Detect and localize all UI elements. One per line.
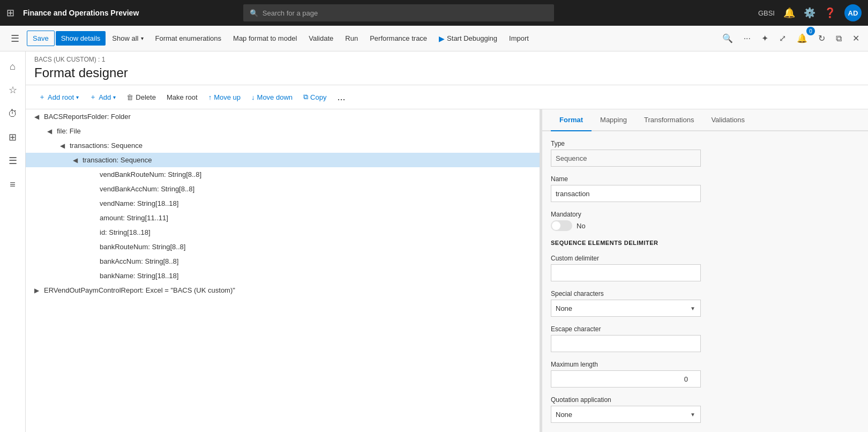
tree-item-label: vendBankAccNum: String[8..8] xyxy=(100,185,194,193)
maximum-length-input[interactable] xyxy=(551,370,701,388)
open-new-tab-icon[interactable]: ⧉ xyxy=(832,31,846,47)
quotation-application-wrapper: None Always When needed xyxy=(551,406,701,423)
start-debugging-button[interactable]: ▶ Start Debugging xyxy=(433,31,503,46)
expand-icon[interactable]: ⤢ xyxy=(775,30,790,47)
tree-item-label: vendName: String[18..18] xyxy=(100,199,178,207)
name-input[interactable] xyxy=(551,185,701,202)
split-pane: ◀ BACSReportsFolder: Folder ◀ file: File… xyxy=(26,109,868,432)
run-button[interactable]: Run xyxy=(340,31,363,46)
tab-validations[interactable]: Validations xyxy=(702,109,753,131)
add-chevron: ▾ xyxy=(113,94,116,100)
mandatory-toggle[interactable] xyxy=(551,220,572,231)
add-button[interactable]: ＋ Add ▾ xyxy=(85,90,120,105)
tree-item[interactable]: bankRouteNum: String[8..8] xyxy=(26,240,540,254)
tree-item-selected[interactable]: ◀ transaction: Sequence xyxy=(26,153,540,167)
escape-character-input[interactable] xyxy=(551,335,701,352)
top-navigation: ⊞ Finance and Operations Preview 🔍 Searc… xyxy=(0,0,868,26)
right-tabs: Format Mapping Transformations Validatio… xyxy=(542,109,868,131)
page-header: BACS (UK CUSTOM) : 1 Format designer xyxy=(26,51,868,85)
search-icon: 🔍 xyxy=(250,9,258,17)
add-root-button[interactable]: ＋ Add root ▾ xyxy=(34,90,83,105)
more-button[interactable]: ... xyxy=(333,90,349,105)
tree-item[interactable]: ◀ file: File xyxy=(26,124,540,138)
quotation-application-select[interactable]: None Always When needed xyxy=(551,406,701,423)
tree-item[interactable]: amount: String[11..11] xyxy=(26,211,540,225)
name-field: Name xyxy=(551,175,859,202)
tree-item[interactable]: ▶ ERVendOutPaymControlReport: Excel = "B… xyxy=(26,283,540,297)
tree-collapse-icon[interactable]: ◀ xyxy=(60,142,69,150)
type-field: Type xyxy=(551,140,859,167)
tree-collapse-icon[interactable]: ◀ xyxy=(34,113,43,121)
help-icon[interactable]: ❓ xyxy=(824,7,836,19)
tree-item-label: file: File xyxy=(57,127,81,135)
escape-character-field: Escape character xyxy=(551,325,859,352)
tab-format[interactable]: Format xyxy=(551,109,592,131)
grid-icon[interactable]: ⊞ xyxy=(6,7,14,19)
mandatory-field: Mandatory No xyxy=(551,211,859,231)
make-root-button[interactable]: Make root xyxy=(162,91,202,104)
escape-character-label: Escape character xyxy=(551,325,859,333)
customize-icon[interactable]: ✦ xyxy=(757,30,773,47)
custom-delimiter-field: Custom delimiter xyxy=(551,255,859,281)
format-enumerations-button[interactable]: Format enumerations xyxy=(150,31,227,46)
arrow-up-icon: ↑ xyxy=(208,93,212,101)
delimiter-section: SEQUENCE ELEMENTS DELIMITER xyxy=(551,240,859,246)
validate-button[interactable]: Validate xyxy=(303,31,339,46)
special-characters-wrapper: None CR LF CR+LF Tab xyxy=(551,300,701,317)
refresh-icon[interactable]: ↻ xyxy=(814,30,829,47)
tree-item-label: vendBankRouteNum: String[8..8] xyxy=(100,170,201,178)
import-button[interactable]: Import xyxy=(504,31,534,46)
delete-button[interactable]: 🗑 Delete xyxy=(122,91,160,104)
notification-wrapper[interactable]: 🔔 0 xyxy=(792,30,812,47)
tree-item-label: transaction: Sequence xyxy=(83,156,152,164)
move-down-button[interactable]: ↓ Move down xyxy=(247,91,297,104)
tree-collapse-icon[interactable]: ◀ xyxy=(47,128,56,135)
favorites-icon[interactable]: ☆ xyxy=(2,79,24,101)
recent-icon[interactable]: ⏱ xyxy=(2,103,24,124)
tree-item[interactable]: ◀ transactions: Sequence xyxy=(26,138,540,153)
search-toolbar-icon[interactable]: 🔍 xyxy=(718,30,737,47)
close-icon[interactable]: ✕ xyxy=(848,30,864,47)
tree-expand-icon[interactable]: ▶ xyxy=(34,287,43,294)
maximum-length-field: Maximum length xyxy=(551,361,859,388)
gear-icon[interactable]: ⚙️ xyxy=(804,7,815,19)
tree-item[interactable]: vendBankRouteNum: String[8..8] xyxy=(26,167,540,182)
tree-item[interactable]: bankAccNum: String[8..8] xyxy=(26,254,540,269)
tab-transformations[interactable]: Transformations xyxy=(635,109,702,131)
list-icon[interactable]: ≡ xyxy=(2,174,24,195)
home-icon[interactable]: ⌂ xyxy=(2,56,24,77)
tree-collapse-icon[interactable]: ◀ xyxy=(73,157,81,164)
show-details-button[interactable]: Show details xyxy=(56,31,106,46)
search-bar[interactable]: 🔍 Search for a page xyxy=(243,4,554,21)
more-options-icon[interactable]: ··· xyxy=(739,31,755,47)
tree-item[interactable]: bankName: String[18..18] xyxy=(26,269,540,283)
chevron-down-icon: ▾ xyxy=(141,35,144,41)
right-panel: Format Mapping Transformations Validatio… xyxy=(542,109,868,432)
tree-item-label: id: String[18..18] xyxy=(100,228,151,236)
type-input[interactable] xyxy=(551,150,701,167)
workspaces-icon[interactable]: ⊞ xyxy=(2,126,24,148)
tree-item[interactable]: vendName: String[18..18] xyxy=(26,196,540,211)
tree-resize-handle[interactable] xyxy=(537,109,540,432)
performance-trace-button[interactable]: Performance trace xyxy=(364,31,432,46)
filter-icon[interactable]: ☰ xyxy=(2,150,24,172)
map-format-to-model-button[interactable]: Map format to model xyxy=(228,31,302,46)
hamburger-icon[interactable]: ☰ xyxy=(4,28,26,49)
special-characters-select[interactable]: None CR LF CR+LF Tab xyxy=(551,300,701,317)
app-title: Finance and Operations Preview xyxy=(23,9,139,17)
bell-icon[interactable]: 🔔 xyxy=(783,7,795,19)
arrow-down-icon: ↓ xyxy=(251,93,255,101)
tree-item[interactable]: ◀ BACSReportsFolder: Folder xyxy=(26,109,540,124)
custom-delimiter-input[interactable] xyxy=(551,264,701,281)
show-all-button[interactable]: Show all ▾ xyxy=(107,31,148,46)
move-up-button[interactable]: ↑ Move up xyxy=(204,91,245,104)
tree-item[interactable]: id: String[18..18] xyxy=(26,225,540,240)
tree-item-label: bankAccNum: String[8..8] xyxy=(100,257,178,265)
user-avatar[interactable]: AD xyxy=(844,4,862,21)
tree-item[interactable]: vendBankAccNum: String[8..8] xyxy=(26,182,540,196)
user-code: GBSI xyxy=(758,9,775,17)
save-button[interactable]: Save xyxy=(27,31,55,46)
copy-button[interactable]: ⧉ Copy xyxy=(299,90,331,104)
tab-mapping[interactable]: Mapping xyxy=(592,109,635,131)
quotation-application-field: Quotation application None Always When n… xyxy=(551,396,859,423)
